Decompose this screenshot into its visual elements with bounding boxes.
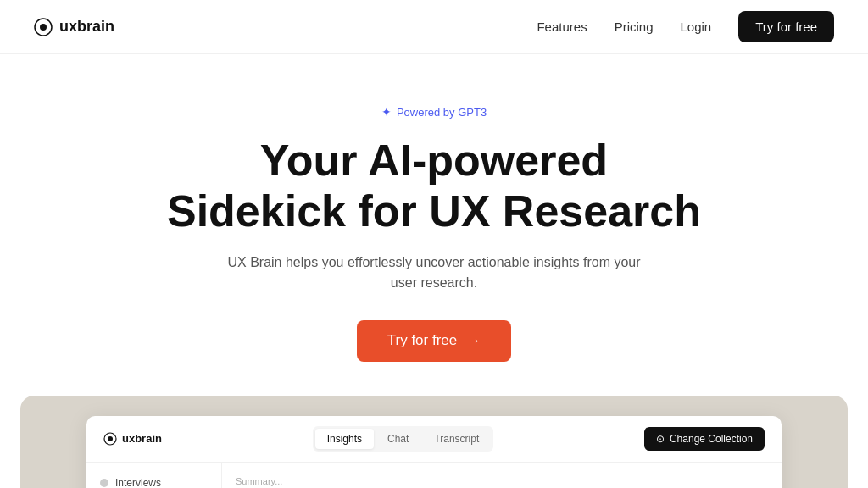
nav-pricing[interactable]: Pricing — [615, 19, 654, 34]
preview-body: Interviews Summary... — [86, 463, 782, 488]
hero-headline-line2: Sidekick for UX Research — [167, 186, 701, 236]
preview-logo-icon — [103, 432, 117, 446]
logo-text: uxbrain — [59, 18, 114, 36]
change-collection-icon: ⊙ — [656, 433, 665, 445]
preview-topbar: uxbrain Insights Chat Transcript ⊙ Chang… — [86, 416, 782, 463]
preview-window: uxbrain Insights Chat Transcript ⊙ Chang… — [86, 416, 782, 488]
tab-chat[interactable]: Chat — [376, 429, 420, 449]
preview-sidebar: Interviews — [86, 463, 222, 488]
preview-logo: uxbrain — [103, 432, 162, 446]
preview-section: uxbrain Insights Chat Transcript ⊙ Chang… — [20, 396, 848, 488]
logo-icon — [34, 18, 53, 36]
tab-insights[interactable]: Insights — [315, 429, 374, 449]
preview-tabs: Insights Chat Transcript — [313, 426, 494, 452]
arrow-icon: → — [465, 332, 481, 350]
hero-headline-line1: Your AI-powered — [260, 136, 608, 185]
interviews-icon — [100, 479, 108, 487]
powered-badge-text: Powered by GPT3 — [397, 106, 487, 119]
logo: uxbrain — [34, 18, 114, 36]
hero-subtext: UX Brain helps you effortlessly uncover … — [214, 252, 654, 293]
preview-main-summary: Summary... — [236, 476, 282, 486]
navbar: uxbrain Features Pricing Login Try for f… — [0, 0, 868, 54]
powered-badge: ✦ Powered by GPT3 — [381, 105, 487, 119]
svg-point-3 — [108, 436, 113, 441]
preview-logo-text: uxbrain — [122, 432, 162, 445]
sidebar-item-interviews[interactable]: Interviews — [86, 471, 221, 488]
change-collection-button[interactable]: ⊙ Change Collection — [644, 427, 765, 451]
nav-features[interactable]: Features — [537, 19, 587, 34]
change-collection-label: Change Collection — [670, 433, 753, 445]
hero-cta-label: Try for free — [387, 332, 458, 349]
hero-cta-button[interactable]: Try for free → — [357, 320, 512, 362]
nav-cta-button[interactable]: Try for free — [738, 11, 834, 42]
hero-headline: Your AI-powered Sidekick for UX Research — [167, 136, 701, 237]
preview-main: Summary... — [222, 463, 782, 488]
hero-section: ✦ Powered by GPT3 Your AI-powered Sideki… — [0, 54, 868, 396]
sidebar-item-label: Interviews — [115, 477, 161, 488]
tab-transcript[interactable]: Transcript — [422, 429, 491, 449]
svg-point-1 — [40, 24, 47, 30]
nav-links: Features Pricing Login Try for free — [537, 11, 834, 42]
sparkle-icon: ✦ — [381, 105, 392, 119]
nav-login[interactable]: Login — [681, 19, 712, 34]
